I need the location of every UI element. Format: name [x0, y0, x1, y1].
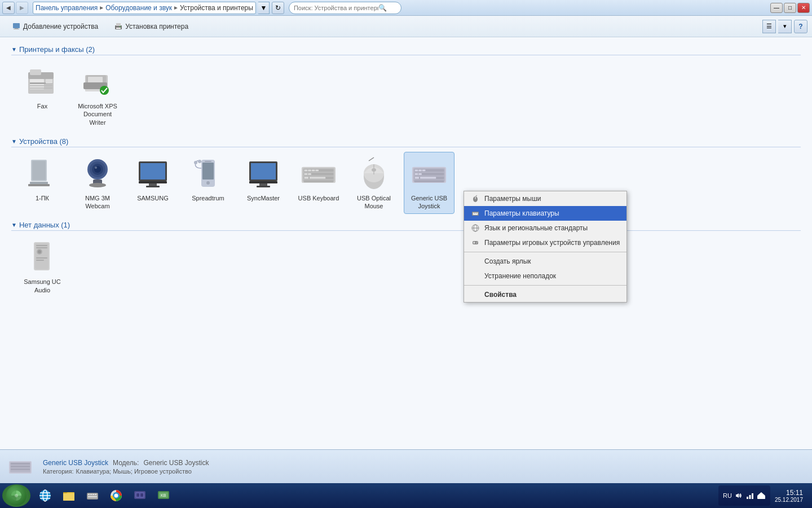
gaming-settings-icon: [471, 238, 480, 247]
svg-rect-77: [415, 173, 418, 175]
refresh-button[interactable]: ↻: [272, 2, 284, 14]
svg-line-67: [369, 157, 374, 161]
context-create-shortcut-label: Создать ярлык: [484, 257, 531, 265]
device-samsung-monitor[interactable]: SAMSUNG: [127, 152, 178, 214]
status-category-prefix: Категория:: [43, 468, 73, 475]
help-button[interactable]: ?: [794, 20, 807, 33]
taskbar-keyboard[interactable]: [81, 485, 104, 506]
printers-toggle[interactable]: ▼: [11, 46, 17, 52]
close-button[interactable]: ✕: [797, 3, 810, 13]
devices-section-title[interactable]: Устройства (8): [19, 137, 69, 146]
xps-icon: [80, 64, 116, 100]
svg-marker-143: [757, 492, 765, 496]
toolbar: Добавление устройства Установка принтера…: [0, 16, 812, 37]
samsung-audio-icon: [24, 239, 60, 275]
svg-point-131: [114, 494, 118, 498]
device-xps[interactable]: Microsoft XPSDocument Writer: [72, 60, 123, 130]
svg-rect-34: [140, 163, 165, 179]
device-spreadtrum[interactable]: Spreadtrum: [183, 152, 233, 214]
volume-icon[interactable]: [734, 491, 743, 500]
taskbar-lang[interactable]: RU: [723, 492, 732, 499]
context-menu: Параметры мыши Параметры клавиатуры Язык…: [464, 191, 627, 303]
troubleshoot-icon: [471, 271, 480, 281]
svg-rect-1: [15, 28, 18, 29]
taskbar-ie[interactable]: [34, 485, 56, 506]
start-button[interactable]: [2, 484, 30, 507]
status-category-line: Категория: Клавиатура; Мышь; Игровое уст…: [43, 468, 209, 475]
printers-section-title[interactable]: Принтеры и факсы (2): [19, 45, 95, 54]
context-mouse-settings[interactable]: Параметры мыши: [464, 191, 626, 206]
view-dropdown[interactable]: ▾: [778, 20, 792, 33]
clock[interactable]: 15:11 25.12.2017: [775, 489, 803, 503]
forward-button[interactable]: ▶: [16, 2, 28, 14]
mouse-settings-icon: [471, 194, 480, 203]
svg-rect-135: [140, 493, 143, 497]
breadcrumb-level1[interactable]: Оборудование и звук: [105, 4, 172, 12]
device-computer[interactable]: 1-ПК: [17, 152, 68, 214]
add-device-icon: [12, 22, 21, 31]
svg-rect-78: [418, 173, 422, 175]
device-joystick[interactable]: Generic USBJoystick: [404, 152, 454, 214]
svg-point-66: [372, 168, 376, 172]
svg-rect-36: [149, 183, 157, 186]
device-syncmaster[interactable]: SyncMaster: [238, 152, 289, 214]
context-sep2: [464, 285, 626, 286]
svg-rect-134: [136, 493, 139, 497]
minimize-button[interactable]: —: [770, 3, 783, 13]
svg-point-6: [120, 26, 121, 27]
svg-rect-39: [202, 163, 214, 179]
maximize-button[interactable]: □: [784, 3, 796, 13]
svg-rect-94: [473, 213, 474, 214]
back-button[interactable]: ◀: [2, 2, 15, 14]
no-data-toggle[interactable]: ▼: [11, 222, 17, 228]
keyboard-settings-icon: [471, 209, 480, 218]
svg-rect-54: [304, 181, 334, 183]
svg-rect-61: [304, 177, 309, 179]
taskbar-lang-switcher[interactable]: KB: [152, 485, 175, 506]
device-usb-mouse[interactable]: USB OpticalMouse: [348, 152, 399, 214]
svg-rect-56: [308, 170, 311, 172]
breadcrumb-root[interactable]: Панель управления: [36, 4, 98, 12]
svg-rect-55: [304, 170, 308, 172]
breadcrumb-current: Устройства и принтеры: [180, 4, 253, 12]
taskbar: KB RU 15:11 25.12.2017: [0, 483, 812, 508]
usb-mouse-icon: [356, 156, 392, 192]
context-language-settings[interactable]: Язык и региональные стандарты: [464, 221, 626, 235]
no-data-section-title[interactable]: Нет данных (1): [19, 221, 70, 229]
search-box[interactable]: 🔍: [289, 2, 401, 14]
device-fax[interactable]: Fax: [17, 60, 68, 130]
svg-rect-97: [473, 214, 478, 215]
usb-keyboard-label: USB Keyboard: [298, 194, 339, 202]
svg-rect-142: [757, 496, 765, 499]
device-usb-keyboard[interactable]: USB Keyboard: [293, 152, 344, 214]
install-printer-button[interactable]: Установка принтера: [107, 19, 196, 34]
context-keyboard-settings[interactable]: Параметры клавиатуры: [464, 206, 626, 221]
breadcrumb-sep2: ►: [173, 5, 179, 11]
notification-icon[interactable]: [757, 491, 766, 500]
context-troubleshoot[interactable]: Устранение неполадок: [464, 269, 626, 283]
svg-rect-58: [315, 170, 319, 172]
devices-toggle[interactable]: ▼: [11, 138, 17, 144]
context-gaming-settings[interactable]: Параметры игровых устройств управления: [464, 235, 626, 250]
taskbar-chrome[interactable]: [105, 485, 127, 506]
svg-rect-124: [88, 494, 90, 495]
taskbar-right: RU 15:11 25.12.2017: [718, 485, 810, 506]
device-webcam[interactable]: NMG 3MWebcam: [72, 152, 123, 214]
context-gaming-settings-label: Параметры игровых устройств управления: [484, 239, 620, 247]
device-samsung-audio[interactable]: Samsung UCAudio: [17, 235, 68, 298]
nav-buttons: ◀ ▶: [2, 2, 28, 14]
taskbar-explorer[interactable]: [58, 485, 80, 506]
search-input[interactable]: [294, 5, 378, 11]
context-properties[interactable]: Свойства: [464, 287, 626, 302]
computer-icon: [24, 156, 60, 192]
context-create-shortcut[interactable]: Создать ярлык: [464, 254, 626, 269]
address-dropdown[interactable]: ▼: [258, 2, 270, 14]
svg-point-21: [100, 86, 109, 95]
printers-grid: Fax Microsoft XPSDocument Writer: [11, 60, 801, 130]
taskbar-network-item[interactable]: [129, 485, 151, 506]
svg-rect-4: [116, 23, 121, 26]
network-icon[interactable]: [745, 491, 754, 500]
add-device-button[interactable]: Добавление устройства: [5, 19, 105, 34]
view-button[interactable]: ☰: [762, 20, 776, 33]
svg-rect-41: [205, 161, 211, 162]
